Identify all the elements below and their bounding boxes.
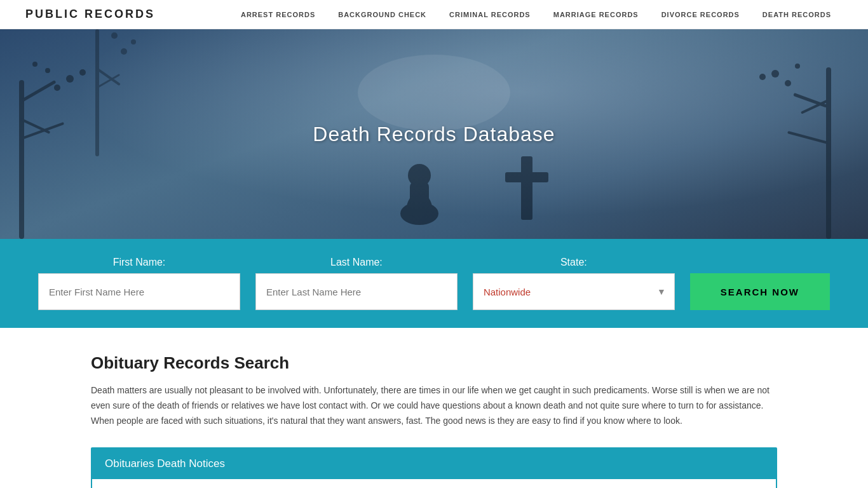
state-select-wrapper: NationwideAlabamaAlaskaArizonaArkansasCa… bbox=[473, 273, 675, 310]
section-body: Death matters are usually not pleasant t… bbox=[91, 383, 777, 428]
state-select[interactable]: NationwideAlabamaAlaskaArizonaArkansasCa… bbox=[473, 273, 675, 310]
cta-box: Obituaries Death Notices Start 14-day Fr… bbox=[91, 447, 777, 488]
nav-criminal-records[interactable]: CRIMINAL RECORDS bbox=[438, 0, 542, 29]
last-name-label: Last Name: bbox=[255, 257, 458, 268]
state-field: State: NationwideAlabamaAlaskaArizonaArk… bbox=[473, 257, 675, 310]
main-nav: ARREST RECORDS BACKGROUND CHECK CRIMINAL… bbox=[229, 0, 843, 29]
site-title: PUBLIC RECORDS bbox=[25, 8, 155, 21]
main-content: Obituary Records Search Death matters ar… bbox=[53, 328, 815, 488]
hero-section: Death Records Database bbox=[0, 29, 868, 239]
last-name-input[interactable] bbox=[255, 273, 458, 310]
header: PUBLIC RECORDS ARREST RECORDS BACKGROUND… bbox=[0, 0, 868, 29]
cta-box-header: Obituaries Death Notices bbox=[92, 449, 776, 479]
hero-title: Death Records Database bbox=[313, 123, 555, 146]
search-now-button[interactable]: SEARCH NOW bbox=[690, 273, 830, 310]
first-name-label: First Name: bbox=[38, 257, 240, 268]
nav-death-records[interactable]: DEATH RECORDS bbox=[751, 0, 843, 29]
search-section: First Name: Last Name: State: Nationwide… bbox=[0, 239, 868, 328]
first-name-input[interactable] bbox=[38, 273, 240, 310]
nav-divorce-records[interactable]: DIVORCE RECORDS bbox=[650, 0, 751, 29]
nav-marriage-records[interactable]: MARRIAGE RECORDS bbox=[542, 0, 650, 29]
section-title: Obituary Records Search bbox=[91, 353, 777, 373]
cta-box-body: Start 14-day Free Trial bbox=[92, 479, 776, 488]
nav-arrest-records[interactable]: ARREST RECORDS bbox=[229, 0, 327, 29]
first-name-field: First Name: bbox=[38, 257, 240, 310]
state-label: State: bbox=[473, 257, 675, 268]
last-name-field: Last Name: bbox=[255, 257, 458, 310]
nav-background-check[interactable]: BACKGROUND CHECK bbox=[327, 0, 438, 29]
